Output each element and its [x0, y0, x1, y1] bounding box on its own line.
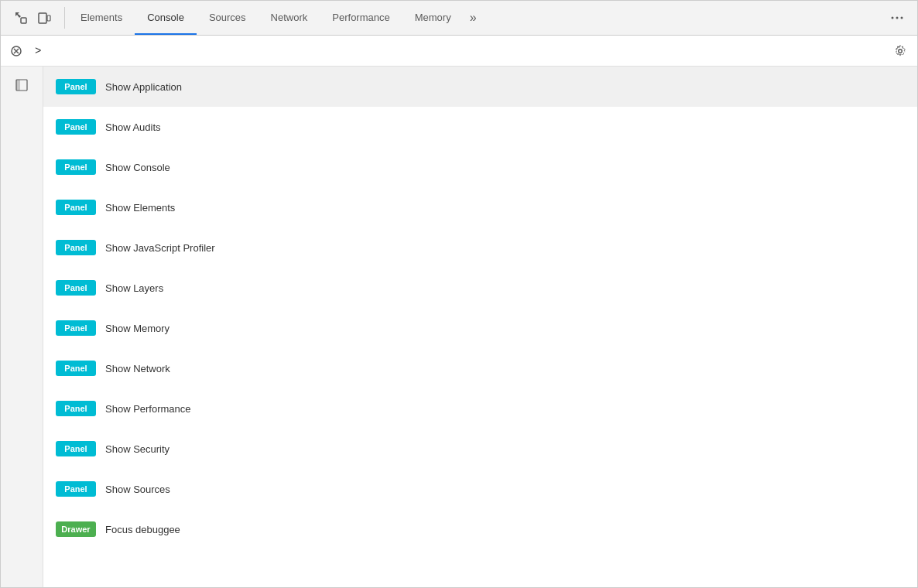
svg-rect-8 — [16, 80, 20, 91]
main-area: ▶ PanelShow ApplicationPanelShow AuditsP… — [1, 67, 917, 587]
badge-panel: Panel — [56, 79, 96, 94]
autocomplete-item-label: Show Audits — [105, 121, 161, 133]
autocomplete-item-label: Focus debuggee — [105, 524, 180, 535]
badge-panel: Panel — [56, 280, 96, 296]
badge-panel: Panel — [56, 320, 96, 336]
autocomplete-item-label: Show Security — [105, 443, 170, 455]
autocomplete-item[interactable]: PanelShow JavaScript Profiler — [43, 227, 917, 268]
autocomplete-item[interactable]: PanelShow Sources — [43, 469, 917, 509]
console-toolbar: > — [1, 36, 917, 67]
autocomplete-item[interactable]: PanelShow Memory — [43, 308, 917, 348]
svg-point-5 — [901, 17, 903, 19]
autocomplete-item[interactable]: PanelShow Application — [43, 67, 917, 107]
autocomplete-item[interactable]: PanelShow Performance — [43, 388, 917, 429]
console-prompt: > — [35, 45, 41, 57]
autocomplete-item[interactable]: PanelShow Network — [43, 348, 917, 388]
sidebar-expand-button[interactable] — [9, 73, 34, 97]
autocomplete-item[interactable]: DrawerFocus debuggee — [43, 509, 917, 549]
content-area: ▶ PanelShow ApplicationPanelShow AuditsP… — [43, 67, 917, 587]
sidebar — [1, 67, 43, 587]
tab-memory[interactable]: Memory — [402, 1, 464, 35]
toolbar-icons — [4, 7, 61, 29]
badge-panel: Panel — [56, 481, 96, 497]
autocomplete-item-label: Show Sources — [105, 484, 170, 495]
tab-elements[interactable]: Elements — [68, 1, 135, 35]
svg-point-4 — [896, 17, 899, 19]
autocomplete-item-label: Show Application — [105, 81, 182, 93]
inspect-element-button[interactable] — [10, 7, 32, 29]
autocomplete-item-label: Show Performance — [105, 403, 191, 415]
autocomplete-dropdown: PanelShow ApplicationPanelShow AuditsPan… — [43, 67, 917, 587]
console-input[interactable] — [44, 45, 883, 56]
autocomplete-item-label: Show Network — [105, 363, 170, 374]
badge-panel: Panel — [56, 401, 96, 416]
console-right-icons — [889, 40, 911, 62]
toolbar-divider — [64, 7, 65, 29]
badge-panel: Panel — [56, 119, 96, 135]
autocomplete-item-label: Show JavaScript Profiler — [105, 242, 215, 254]
console-input-area: > — [29, 45, 889, 57]
autocomplete-item[interactable]: PanelShow Security — [43, 429, 917, 469]
badge-panel: Panel — [56, 240, 96, 255]
autocomplete-item[interactable]: PanelShow Audits — [43, 107, 917, 147]
autocomplete-item[interactable]: PanelShow Elements — [43, 187, 917, 227]
badge-drawer: Drawer — [56, 521, 96, 537]
tab-console[interactable]: Console — [135, 1, 197, 35]
badge-panel: Panel — [56, 441, 96, 456]
tab-performance[interactable]: Performance — [320, 1, 402, 35]
more-options-button[interactable] — [886, 7, 908, 29]
svg-rect-2 — [47, 15, 50, 21]
svg-rect-0 — [21, 18, 26, 23]
tab-bar: Elements Console Sources Network Perform… — [1, 1, 917, 36]
autocomplete-item[interactable]: PanelShow Layers — [43, 268, 917, 308]
tab-bar-right-icons — [886, 7, 914, 29]
devtools-window: Elements Console Sources Network Perform… — [0, 0, 918, 588]
badge-panel: Panel — [56, 200, 96, 215]
autocomplete-item-label: Show Layers — [105, 282, 163, 294]
badge-panel: Panel — [56, 361, 96, 376]
autocomplete-item-label: Show Memory — [105, 323, 170, 334]
tabs-container: Elements Console Sources Network Perform… — [68, 1, 483, 35]
autocomplete-item-label: Show Console — [105, 162, 170, 173]
svg-rect-1 — [39, 13, 46, 23]
clear-console-button[interactable] — [7, 42, 26, 60]
autocomplete-item-label: Show Elements — [105, 202, 175, 214]
svg-point-3 — [892, 17, 894, 19]
more-tabs-button[interactable]: » — [464, 1, 483, 35]
tab-network[interactable]: Network — [259, 1, 320, 35]
tab-sources[interactable]: Sources — [197, 1, 259, 35]
console-settings-button[interactable] — [889, 40, 911, 62]
autocomplete-item[interactable]: PanelShow Console — [43, 147, 917, 187]
device-toolbar-button[interactable] — [33, 7, 55, 29]
badge-panel: Panel — [56, 159, 96, 175]
